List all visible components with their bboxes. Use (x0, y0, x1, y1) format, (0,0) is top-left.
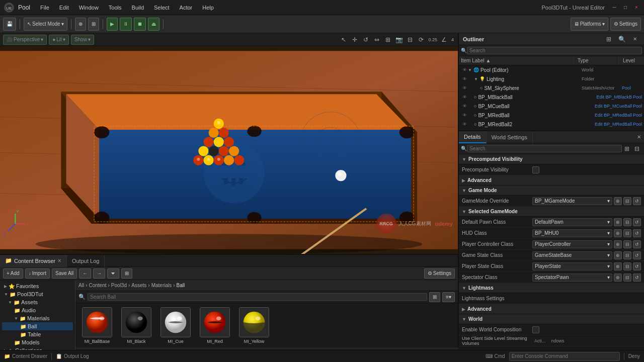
details-search-input[interactable] (467, 145, 622, 152)
outliner-row-redball2[interactable]: 👁 ○ BP_MRedBall2 Edit BP_MRedBall Pool (459, 120, 644, 129)
transform-tool-icon[interactable]: ⊞ (383, 35, 393, 45)
save-button[interactable]: 💾 (3, 18, 16, 31)
tree-item-models[interactable]: 📁 Models (2, 338, 73, 346)
cueball-vis-icon[interactable]: 👁 (461, 103, 468, 110)
asset-item-red[interactable]: MI_Red (197, 307, 232, 344)
redball-vis-icon[interactable]: 👁 (461, 112, 468, 119)
details-close-icon[interactable]: ✕ (634, 132, 644, 142)
history-back-button[interactable]: ← (79, 268, 91, 279)
close-button[interactable]: × (633, 4, 640, 11)
angle-snap-icon[interactable]: ∠ (439, 35, 449, 45)
section-advanced1[interactable]: ▶ Advanced (459, 175, 644, 186)
tree-item-table[interactable]: 📁 Table (2, 330, 73, 338)
section-gamemode[interactable]: ▼ Game Mode (459, 186, 644, 196)
breadcrumb-all[interactable]: All (78, 283, 84, 288)
edit-redball-link[interactable]: Edit BP_MRedBall (595, 113, 632, 118)
outliner-row-cueball[interactable]: 👁 ○ BP_MCueBall Edit BP_MCueBall Pool (459, 102, 644, 111)
outliner-row-pool[interactable]: 👁 ▼ 🌐 Pool (Editor) World (459, 65, 644, 74)
menu-window[interactable]: Window (77, 4, 101, 12)
console-input[interactable] (509, 352, 620, 361)
playerstate-dropdown[interactable]: PlayerState ▾ (532, 262, 612, 270)
menu-edit[interactable]: Edit (57, 4, 71, 12)
section-precomputed[interactable]: ▼ Precomputed Visibility (459, 154, 644, 164)
select-mode-dropdown[interactable]: ↖ Select Mode ▾ (24, 18, 67, 31)
show-button[interactable]: Show ▾ (71, 35, 94, 45)
tree-item-ball[interactable]: 📁 Ball (2, 322, 73, 330)
pawn-reset-icon[interactable]: ↺ (633, 218, 641, 226)
asset-item-black[interactable]: MI_Black (119, 307, 154, 344)
snap-button[interactable]: ⊞ (88, 18, 99, 31)
col-level[interactable]: Level (619, 58, 644, 63)
outliner-search-icon[interactable]: 🔍 (617, 34, 627, 44)
edit-redball2-link[interactable]: Edit BP_MRedBall (595, 122, 632, 127)
breadcrumb-content[interactable]: Content (89, 283, 106, 288)
asset-item-ballbase[interactable]: MI_BallBase (79, 307, 115, 344)
edit-blackball-link[interactable]: Edit BP_MBlackB (596, 95, 632, 100)
stop-button[interactable]: ⏹ (134, 18, 146, 31)
outliner-row-skysphere[interactable]: 👁 ○ SM_SkySphere StaticMeshActor Pool (459, 83, 644, 93)
tab-content-browser[interactable]: 📁 Content Browser ✕ (0, 255, 67, 267)
asset-item-yellow[interactable]: MI_Yellow (236, 307, 272, 344)
cb-settings-button[interactable]: ⚙ Settings (424, 268, 455, 279)
menu-help[interactable]: Help (200, 4, 216, 12)
lighting-vis-icon[interactable]: 👁 (461, 75, 468, 82)
play-button[interactable]: ▶ (107, 18, 118, 31)
visibility-icon[interactable]: 👁 (461, 66, 468, 73)
gamemode-save-icon[interactable]: ⊟ (623, 197, 631, 205)
sort-toggle-button[interactable]: ≡▾ (442, 292, 455, 302)
perspective-button[interactable]: 🎥 Perspective ▾ (3, 35, 47, 45)
deny-button[interactable]: Deny (628, 353, 640, 359)
import-button[interactable]: ↓ Import (25, 268, 50, 279)
controller-reset-icon[interactable]: ↺ (633, 240, 641, 248)
playerstate-browse-icon[interactable]: ⊕ (614, 262, 622, 270)
minimize-button[interactable]: ─ (611, 4, 618, 11)
pawn-dropdown[interactable]: DefaultPawn ▾ (532, 218, 612, 226)
controller-save-icon[interactable]: ⊟ (623, 240, 631, 248)
cb-search-input[interactable] (88, 293, 427, 301)
rotation-snap-icon[interactable]: ⟳ (416, 35, 426, 45)
settings-button[interactable]: ⚙ Settings (610, 18, 641, 31)
gamestate-save-icon[interactable]: ⊟ (623, 251, 631, 259)
menu-select[interactable]: Select (152, 4, 172, 12)
save-all-button[interactable]: Save All (52, 268, 77, 279)
outliner-row-redball3[interactable]: 👁 ○ BP_MRedBall3 Edit BP_MRedBall Pool (459, 129, 644, 130)
history-button[interactable]: ⏷ (107, 268, 119, 279)
asset-item-cue[interactable]: MI_Cue (158, 307, 193, 344)
grid-snap-icon[interactable]: ⊟ (405, 35, 415, 45)
world-composition-checkbox[interactable] (532, 326, 539, 333)
precompute-checkbox[interactable] (532, 166, 539, 173)
section-lightmass[interactable]: ▼ Lightmass (459, 283, 644, 293)
hud-browse-icon[interactable]: ⊕ (614, 229, 622, 237)
menu-tools[interactable]: Tools (107, 4, 124, 12)
platforms-dropdown[interactable]: 🖥 Platforms ▾ (571, 18, 608, 31)
outliner-row-redball[interactable]: 👁 ○ BP_MRedBall Edit BP_MRedBall Pool (459, 111, 644, 120)
tree-item-pool3dtut[interactable]: ▼ 📁 Pool3DTut (2, 290, 73, 298)
tree-item-materials[interactable]: ▼ 📁 Materials (2, 314, 73, 322)
tree-item-assets[interactable]: ▼ 📁 Assets (2, 298, 73, 306)
blackball-vis-icon[interactable]: 👁 (461, 94, 468, 101)
breadcrumb-pool3d[interactable]: Pool3d (111, 283, 127, 288)
breadcrumb-materials[interactable]: Materials (151, 283, 172, 288)
outliner-close-icon[interactable]: ✕ (630, 34, 640, 44)
tree-item-audio[interactable]: 📁 Audio (2, 306, 73, 314)
gamestate-reset-icon[interactable]: ↺ (633, 251, 641, 259)
breadcrumb-assets[interactable]: Assets (131, 283, 146, 288)
content-drawer-button[interactable]: 📁 Content Drawer (4, 353, 47, 359)
history-forward-button[interactable]: → (93, 268, 105, 279)
menu-build[interactable]: Build (130, 4, 146, 12)
outliner-search-input[interactable] (467, 47, 642, 54)
skysphere-vis-icon[interactable]: 👁 (461, 84, 468, 92)
pawn-save-icon[interactable]: ⊟ (623, 218, 631, 226)
content-browser-close-icon[interactable]: ✕ (57, 258, 61, 263)
col-item-label[interactable]: Item Label ▲ (459, 58, 574, 63)
camera-icon[interactable]: 📷 (394, 35, 404, 45)
pawn-browse-icon[interactable]: ⊕ (614, 218, 622, 226)
rotate-tool-icon[interactable]: ↺ (361, 35, 371, 45)
menu-actor[interactable]: Actor (178, 4, 195, 12)
outliner-options-icon[interactable]: ⊞ (604, 34, 614, 44)
controller-dropdown[interactable]: PlayerController ▾ (532, 240, 612, 248)
tab-details[interactable]: Details (459, 131, 487, 143)
spectator-save-icon[interactable]: ⊟ (623, 274, 631, 282)
spectator-reset-icon[interactable]: ↺ (633, 274, 641, 282)
redball2-vis-icon[interactable]: 👁 (461, 121, 468, 128)
